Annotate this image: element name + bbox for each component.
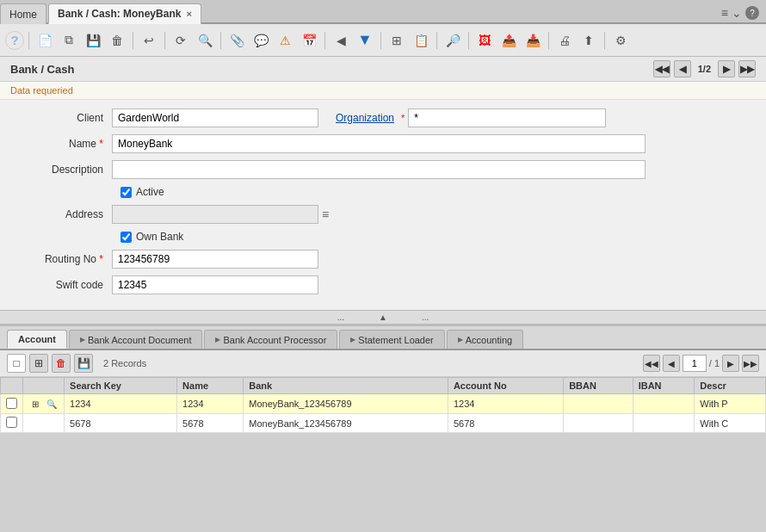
table-page-input[interactable] (683, 355, 707, 372)
toolbar-sep-3 (164, 32, 165, 49)
sub-tab-tri-3: ▶ (350, 336, 355, 343)
client-input[interactable] (112, 108, 318, 127)
name-label: Name (17, 138, 112, 150)
toolbar-sep-5 (324, 32, 325, 49)
zoom-button[interactable]: 🔎 (442, 29, 464, 52)
page-nav: ◀◀ ◀ 1/2 ▶ ▶▶ (653, 60, 756, 77)
table-select-all-button[interactable]: □ (7, 354, 26, 373)
address-input[interactable] (112, 205, 318, 224)
settings-button[interactable]: ⚙ (609, 29, 632, 52)
row1-grid-icon[interactable]: ⊞ (28, 397, 42, 411)
icon-red-button[interactable]: 🖼 (473, 29, 496, 52)
find-button[interactable]: 🔍 (194, 29, 216, 52)
data-required-notice: Data requeried (0, 82, 766, 100)
table-nav-first-button[interactable]: ◀◀ (643, 355, 660, 372)
table-nav: ◀◀ ◀ / 1 ▶ ▶▶ (643, 355, 759, 372)
routing-input[interactable] (112, 250, 318, 269)
row1-search-key: 1234 (65, 394, 177, 414)
toolbar-sep-4 (220, 32, 221, 49)
bottom-section: Account ▶ Bank Account Document ▶ Bank A… (0, 325, 766, 433)
help-circle-icon[interactable]: ? (745, 6, 759, 20)
sub-tab-statement-loader[interactable]: ▶ Statement Loader (339, 330, 444, 349)
table-nav-last-button[interactable]: ▶▶ (742, 355, 759, 372)
swift-input[interactable] (112, 275, 318, 294)
collapse-icon[interactable]: ⌄ (732, 6, 742, 20)
address-row: Address ≡ (17, 205, 749, 224)
form-view-button[interactable]: 📋 (410, 29, 432, 52)
org-label[interactable]: Organization (336, 112, 401, 124)
table-nav-prev-button[interactable]: ◀ (663, 355, 680, 372)
row2-iban (633, 414, 695, 433)
row2-checkbox-cell (1, 414, 23, 433)
name-row: Name (17, 134, 749, 153)
undo-button[interactable]: ↩ (138, 29, 160, 52)
tab-home-label: Home (9, 9, 37, 21)
row1-bank: MoneyBank_123456789 (244, 394, 448, 414)
sub-tab-accounting[interactable]: ▶ Accounting (447, 330, 523, 349)
active-checkbox[interactable] (120, 187, 132, 198)
row2-checkbox[interactable] (6, 417, 17, 428)
grid-view-button[interactable]: ⊞ (386, 29, 408, 52)
alert-button[interactable]: ⚠ (274, 29, 296, 52)
copy-button[interactable]: ⧉ (58, 29, 80, 52)
calendar-button[interactable]: 📅 (298, 29, 320, 52)
table-toolbar: □ ⊞ 🗑 💾 2 Records ◀◀ ◀ / 1 ▶ ▶▶ (0, 350, 766, 377)
sub-tab-bank-account-document[interactable]: ▶ Bank Account Document (69, 330, 202, 349)
download-button[interactable]: 📥 (522, 29, 544, 52)
table-delete-button[interactable]: 🗑 (52, 354, 71, 373)
row1-descr: With P (695, 394, 766, 414)
help-button[interactable]: ? (5, 31, 24, 50)
nav-next-button[interactable]: ▶ (718, 60, 735, 77)
row2-account-no: 5678 (448, 414, 563, 433)
sub-tab-account[interactable]: Account (7, 330, 67, 349)
own-bank-checkbox[interactable] (120, 232, 132, 243)
tab-bank-cash-label: Bank / Cash: MoneyBank (58, 8, 181, 20)
back-button[interactable]: ◀ (330, 29, 352, 52)
address-menu-icon[interactable]: ≡ (322, 207, 329, 221)
table-save-button[interactable]: 💾 (74, 354, 93, 373)
chat-button[interactable]: 💬 (250, 29, 272, 52)
nav-last-button[interactable]: ▶▶ (738, 60, 756, 77)
export-button[interactable]: ⬆ (578, 29, 600, 52)
client-label: Client (17, 112, 112, 124)
active-label: Active (136, 186, 164, 198)
table-header-row: Search Key Name Bank Account No BBAN IBA… (1, 378, 766, 394)
org-input[interactable] (408, 108, 606, 127)
nav-info: 1/2 (695, 64, 714, 74)
table-grid-icon-button[interactable]: ⊞ (29, 354, 48, 373)
row2-icons-cell (23, 414, 65, 433)
col-name: Name (177, 378, 244, 394)
routing-label: Routing No (17, 253, 112, 265)
new-document-button[interactable]: 📄 (34, 29, 56, 52)
collapse-up-icon[interactable]: ▲ (370, 312, 396, 322)
nav-prev-button[interactable]: ◀ (674, 60, 691, 77)
tab-close-icon[interactable]: × (186, 9, 191, 19)
menu-icon[interactable]: ≡ (721, 6, 728, 20)
print-button[interactable]: 🖨 (553, 29, 576, 52)
tab-bank-cash[interactable]: Bank / Cash: MoneyBank × (48, 3, 201, 24)
description-input[interactable] (112, 160, 646, 179)
upload-button[interactable]: 📤 (497, 29, 520, 52)
refresh-button[interactable]: ⟳ (170, 29, 192, 52)
sub-tab-bar: Account ▶ Bank Account Document ▶ Bank A… (0, 326, 766, 350)
dots-right[interactable]: ... (413, 312, 437, 322)
row1-checkbox[interactable] (6, 398, 17, 409)
dots-left[interactable]: ... (329, 312, 353, 322)
description-row: Description (17, 160, 749, 179)
records-count: 2 Records (103, 358, 146, 368)
delete-button[interactable]: 🗑 (106, 29, 128, 52)
save-button[interactable]: 💾 (82, 29, 104, 52)
sub-tab-tri-4: ▶ (458, 336, 463, 343)
nav-first-button[interactable]: ◀◀ (653, 60, 670, 77)
tab-home[interactable]: Home (0, 3, 46, 24)
active-row: Active (120, 186, 749, 198)
attach-button[interactable]: 📎 (225, 29, 248, 52)
row1-zoom-icon[interactable]: 🔍 (45, 397, 59, 411)
table-nav-next-button[interactable]: ▶ (722, 355, 739, 372)
sub-tab-bank-account-processor[interactable]: ▶ Bank Account Processor (204, 330, 337, 349)
routing-row: Routing No (17, 250, 749, 269)
name-input[interactable] (112, 134, 646, 153)
section-divider: ... ▲ ... (0, 310, 766, 325)
swift-row: Swift code (17, 275, 749, 294)
forward-button[interactable]: ▼ (354, 29, 376, 52)
